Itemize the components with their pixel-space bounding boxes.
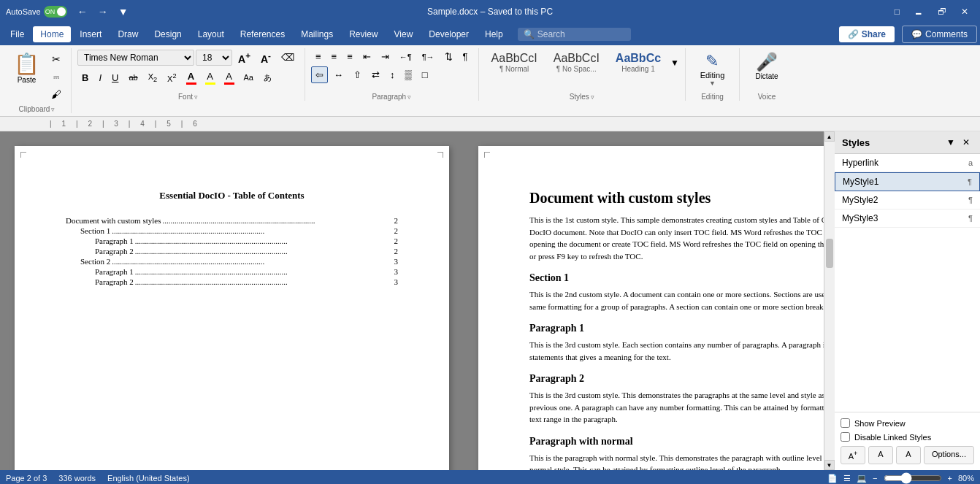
copy-button[interactable]: ⎓ bbox=[47, 69, 65, 85]
undo-button[interactable]: ← bbox=[73, 3, 92, 20]
manage-styles-button[interactable]: A bbox=[896, 446, 921, 464]
decrease-font-button[interactable]: A- bbox=[256, 48, 275, 67]
show-preview-input[interactable] bbox=[841, 418, 850, 428]
style-inspector-button[interactable]: A bbox=[868, 446, 893, 464]
font-size-select[interactable]: 18 bbox=[196, 50, 232, 66]
font-family-select[interactable]: Times New Roman bbox=[77, 50, 194, 66]
menu-design[interactable]: Design bbox=[147, 26, 188, 42]
clipboard-group: 📋 Paste ✂ ⎓ 🖌 Clipboard ▿ bbox=[6, 48, 72, 113]
menu-layout[interactable]: Layout bbox=[191, 26, 231, 42]
styles-options-button[interactable]: Options... bbox=[924, 446, 974, 464]
dictate-button[interactable]: 🎤 Dictate bbox=[749, 48, 784, 84]
phonetic-button[interactable]: あ bbox=[259, 70, 276, 85]
increase-font-button[interactable]: A+ bbox=[234, 48, 255, 67]
view-read-icon[interactable]: 📄 bbox=[827, 474, 838, 483]
superscript-button[interactable]: X2 bbox=[163, 70, 180, 85]
line-spacing-button[interactable]: ↕ bbox=[386, 66, 399, 83]
styles-dropdown-button[interactable]: ▼ bbox=[670, 58, 679, 68]
multilevel-button[interactable]: ≡ bbox=[342, 48, 357, 65]
disable-linked-checkbox[interactable]: Disable Linked Styles bbox=[841, 432, 974, 442]
rtl-button[interactable]: ←¶ bbox=[395, 50, 416, 64]
ltr-button[interactable]: ¶→ bbox=[418, 50, 439, 64]
menu-view[interactable]: View bbox=[387, 26, 421, 42]
style-entry-mystyle3[interactable]: MyStyle3 ¶ bbox=[835, 210, 980, 228]
zoom-in-button[interactable]: + bbox=[948, 474, 952, 483]
zoom-out-button[interactable]: − bbox=[873, 474, 877, 483]
redo-button[interactable]: → bbox=[93, 3, 112, 20]
style-heading1-item[interactable]: AaBbCc Heading 1 bbox=[609, 48, 667, 77]
close-button[interactable]: ✕ bbox=[955, 4, 974, 20]
view-web-icon[interactable]: 💻 bbox=[857, 474, 867, 483]
menu-insert[interactable]: Insert bbox=[72, 26, 109, 42]
underline-button[interactable]: U bbox=[107, 70, 123, 85]
text-color-button[interactable]: A bbox=[221, 69, 238, 87]
subscript-button[interactable]: X2 bbox=[144, 70, 161, 85]
scroll-down-arrow[interactable]: ▼ bbox=[824, 460, 835, 470]
shading-button[interactable]: ▒ bbox=[400, 66, 416, 83]
bullets-button[interactable]: ≡ bbox=[311, 48, 326, 65]
italic-button[interactable]: I bbox=[94, 70, 106, 85]
cut-button[interactable]: ✂ bbox=[47, 51, 65, 67]
font-color-button[interactable]: A bbox=[183, 69, 200, 87]
autosave-toggle[interactable]: ON bbox=[44, 6, 67, 18]
doc-para-2: This is the 3rd custom style. Each secti… bbox=[529, 339, 824, 363]
comments-button[interactable]: 💬 Comments bbox=[902, 26, 977, 43]
bold-button[interactable]: B bbox=[77, 70, 93, 85]
menu-review[interactable]: Review bbox=[342, 26, 385, 42]
show-marks-button[interactable]: ¶ bbox=[459, 48, 472, 65]
menu-home[interactable]: Home bbox=[33, 26, 71, 42]
paragraph-expand-icon[interactable]: ▿ bbox=[407, 93, 411, 101]
zoom-slider[interactable] bbox=[884, 472, 942, 484]
search-input[interactable] bbox=[537, 29, 625, 39]
new-style-button[interactable]: A+ bbox=[841, 446, 865, 464]
menu-references[interactable]: References bbox=[233, 26, 292, 42]
numbering-button[interactable]: ≡ bbox=[327, 48, 342, 65]
style-entry-mystyle2[interactable]: MyStyle2 ¶ bbox=[835, 191, 980, 210]
sort-button[interactable]: ⇅ bbox=[440, 48, 457, 65]
scrollbar-track[interactable] bbox=[824, 142, 835, 460]
ribbon-toggle-button[interactable]: □ bbox=[889, 4, 906, 20]
change-case-button[interactable]: Aa bbox=[240, 71, 258, 84]
restore-button[interactable]: 🗗 bbox=[932, 4, 952, 20]
increase-indent-button[interactable]: ⇥ bbox=[377, 48, 394, 65]
align-right-button[interactable]: ⇧ bbox=[349, 66, 366, 83]
share-button[interactable]: 🔗 Share bbox=[839, 26, 895, 42]
justify-button[interactable]: ⇄ bbox=[367, 66, 384, 83]
view-print-icon[interactable]: ☰ bbox=[843, 474, 851, 483]
scrollbar-thumb[interactable] bbox=[826, 239, 833, 268]
menu-developer[interactable]: Developer bbox=[421, 26, 476, 42]
toc-page[interactable]: Essential DocIO - Table of Contents Docu… bbox=[15, 146, 449, 470]
minimize-button[interactable]: 🗕 bbox=[908, 4, 929, 20]
customize-qat-button[interactable]: ▼ bbox=[114, 3, 133, 20]
editing-dropdown[interactable]: ▼ bbox=[709, 80, 716, 87]
clipboard-expand-icon[interactable]: ▿ bbox=[51, 106, 55, 113]
style-normal-item[interactable]: AaBbCcI ¶ Normal bbox=[485, 48, 544, 77]
format-painter-button[interactable]: 🖌 bbox=[47, 86, 65, 102]
decrease-indent-button[interactable]: ⇤ bbox=[359, 48, 375, 65]
style-entry-mystyle1[interactable]: MyStyle1 ¶ bbox=[835, 172, 980, 191]
search-icon: 🔍 bbox=[524, 29, 535, 39]
content-page[interactable]: Document with custom styles This is the … bbox=[478, 146, 824, 470]
styles-group-label: Styles ▿ bbox=[485, 90, 679, 101]
toc-dots-2: ........................................… bbox=[135, 237, 393, 245]
highlight-button[interactable]: A bbox=[202, 69, 219, 87]
menu-mailings[interactable]: Mailings bbox=[294, 26, 340, 42]
menu-file[interactable]: File bbox=[3, 26, 31, 42]
menu-draw[interactable]: Draw bbox=[110, 26, 145, 42]
styles-panel-close-button[interactable]: ✕ bbox=[960, 136, 973, 149]
paste-button[interactable]: 📋 Paste bbox=[9, 48, 45, 88]
align-left-button[interactable]: ⇦ bbox=[311, 66, 328, 83]
styles-panel-dropdown-button[interactable]: ▼ bbox=[943, 136, 958, 149]
show-preview-checkbox[interactable]: Show Preview bbox=[841, 418, 974, 428]
menu-help[interactable]: Help bbox=[478, 26, 510, 42]
borders-button[interactable]: □ bbox=[418, 66, 432, 83]
font-expand-icon[interactable]: ▿ bbox=[194, 93, 198, 101]
disable-linked-input[interactable] bbox=[841, 432, 850, 442]
style-entry-hyperlink[interactable]: Hyperlink a bbox=[835, 154, 980, 172]
style-nospace-item[interactable]: AaBbCcI ¶ No Spac... bbox=[547, 48, 606, 77]
styles-expand-icon[interactable]: ▿ bbox=[591, 93, 594, 101]
scroll-up-arrow[interactable]: ▲ bbox=[824, 131, 835, 142]
clear-format-button[interactable]: ⌫ bbox=[277, 50, 299, 65]
align-center-button[interactable]: ↔ bbox=[329, 66, 348, 83]
strikethrough-button[interactable]: ab bbox=[124, 71, 142, 84]
